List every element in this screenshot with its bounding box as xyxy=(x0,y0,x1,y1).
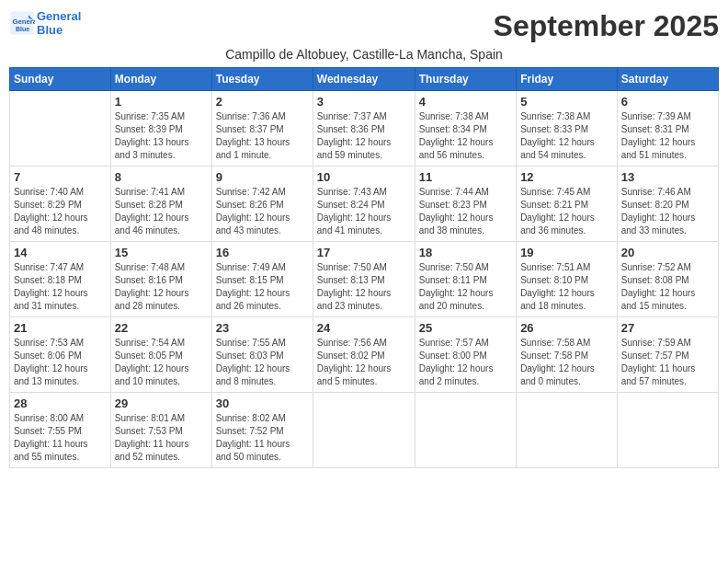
day-info: Sunrise: 8:00 AM Sunset: 7:55 PM Dayligh… xyxy=(14,412,107,464)
day-info: Sunrise: 7:46 AM Sunset: 8:20 PM Dayligh… xyxy=(621,186,714,237)
svg-text:Blue: Blue xyxy=(16,26,29,32)
day-number: 26 xyxy=(520,321,613,335)
calendar-cell xyxy=(617,393,718,468)
day-info: Sunrise: 7:51 AM Sunset: 8:10 PM Dayligh… xyxy=(520,261,613,313)
calendar-cell: 22Sunrise: 7:54 AM Sunset: 8:05 PM Dayli… xyxy=(110,317,211,393)
calendar-cell: 7Sunrise: 7:40 AM Sunset: 8:29 PM Daylig… xyxy=(10,167,111,242)
calendar-cell: 20Sunrise: 7:52 AM Sunset: 8:08 PM Dayli… xyxy=(617,242,718,317)
calendar-cell: 30Sunrise: 8:02 AM Sunset: 7:52 PM Dayli… xyxy=(211,393,313,468)
day-info: Sunrise: 7:58 AM Sunset: 7:58 PM Dayligh… xyxy=(520,337,613,388)
calendar-cell: 21Sunrise: 7:53 AM Sunset: 8:06 PM Dayli… xyxy=(10,317,111,393)
day-info: Sunrise: 7:49 AM Sunset: 8:15 PM Dayligh… xyxy=(216,261,309,313)
day-info: Sunrise: 7:44 AM Sunset: 8:23 PM Dayligh… xyxy=(419,186,512,237)
day-info: Sunrise: 7:36 AM Sunset: 8:37 PM Dayligh… xyxy=(216,110,309,162)
calendar-cell: 16Sunrise: 7:49 AM Sunset: 8:15 PM Dayli… xyxy=(211,242,313,317)
day-info: Sunrise: 7:45 AM Sunset: 8:21 PM Dayligh… xyxy=(520,186,613,237)
col-sunday: Sunday xyxy=(10,68,111,91)
day-info: Sunrise: 7:37 AM Sunset: 8:36 PM Dayligh… xyxy=(317,110,411,162)
day-info: Sunrise: 7:35 AM Sunset: 8:39 PM Dayligh… xyxy=(115,110,208,162)
calendar-cell: 4Sunrise: 7:38 AM Sunset: 8:34 PM Daylig… xyxy=(415,91,516,167)
calendar-cell: 14Sunrise: 7:47 AM Sunset: 8:18 PM Dayli… xyxy=(10,242,111,317)
day-number: 11 xyxy=(419,170,512,184)
calendar-cell: 25Sunrise: 7:57 AM Sunset: 8:00 PM Dayli… xyxy=(415,317,516,393)
day-info: Sunrise: 8:02 AM Sunset: 7:52 PM Dayligh… xyxy=(216,412,309,464)
day-info: Sunrise: 7:39 AM Sunset: 8:31 PM Dayligh… xyxy=(621,110,714,162)
calendar-cell: 29Sunrise: 8:01 AM Sunset: 7:53 PM Dayli… xyxy=(110,393,211,468)
calendar-cell: 23Sunrise: 7:55 AM Sunset: 8:03 PM Dayli… xyxy=(211,317,313,393)
day-info: Sunrise: 7:56 AM Sunset: 8:02 PM Dayligh… xyxy=(317,337,411,388)
day-info: Sunrise: 7:43 AM Sunset: 8:24 PM Dayligh… xyxy=(317,186,411,237)
location-title: Campillo de Altobuey, Castille-La Mancha… xyxy=(9,47,719,62)
calendar-cell: 6Sunrise: 7:39 AM Sunset: 8:31 PM Daylig… xyxy=(617,91,718,167)
day-number: 16 xyxy=(216,246,309,259)
calendar-header-row: Sunday Monday Tuesday Wednesday Thursday… xyxy=(10,68,719,91)
calendar-cell: 8Sunrise: 7:41 AM Sunset: 8:28 PM Daylig… xyxy=(110,167,211,242)
week-row-5: 28Sunrise: 8:00 AM Sunset: 7:55 PM Dayli… xyxy=(10,393,719,468)
col-friday: Friday xyxy=(517,68,618,91)
calendar-cell: 2Sunrise: 7:36 AM Sunset: 8:37 PM Daylig… xyxy=(211,91,313,167)
day-number: 20 xyxy=(621,246,714,259)
day-number: 15 xyxy=(115,246,208,259)
day-info: Sunrise: 7:41 AM Sunset: 8:28 PM Dayligh… xyxy=(115,186,208,237)
day-info: Sunrise: 7:50 AM Sunset: 8:13 PM Dayligh… xyxy=(317,261,411,313)
day-number: 9 xyxy=(216,170,309,184)
day-info: Sunrise: 7:53 AM Sunset: 8:06 PM Dayligh… xyxy=(14,337,107,388)
day-number: 4 xyxy=(419,95,512,109)
calendar-cell: 19Sunrise: 7:51 AM Sunset: 8:10 PM Dayli… xyxy=(517,242,618,317)
calendar-cell xyxy=(10,91,111,167)
day-info: Sunrise: 7:55 AM Sunset: 8:03 PM Dayligh… xyxy=(216,337,309,388)
day-info: Sunrise: 8:01 AM Sunset: 7:53 PM Dayligh… xyxy=(115,412,208,464)
day-number: 22 xyxy=(115,321,208,335)
day-number: 6 xyxy=(621,95,714,109)
calendar-cell: 15Sunrise: 7:48 AM Sunset: 8:16 PM Dayli… xyxy=(110,242,211,317)
week-row-2: 7Sunrise: 7:40 AM Sunset: 8:29 PM Daylig… xyxy=(10,167,719,242)
day-info: Sunrise: 7:48 AM Sunset: 8:16 PM Dayligh… xyxy=(115,261,208,313)
day-info: Sunrise: 7:47 AM Sunset: 8:18 PM Dayligh… xyxy=(14,261,107,313)
page-header: General Blue General Blue September 2025 xyxy=(9,9,719,43)
calendar-cell: 27Sunrise: 7:59 AM Sunset: 7:57 PM Dayli… xyxy=(617,317,718,393)
calendar-cell: 17Sunrise: 7:50 AM Sunset: 8:13 PM Dayli… xyxy=(313,242,415,317)
logo-subtext: Blue xyxy=(37,23,81,37)
calendar-cell: 12Sunrise: 7:45 AM Sunset: 8:21 PM Dayli… xyxy=(517,167,618,242)
col-monday: Monday xyxy=(110,68,211,91)
day-info: Sunrise: 7:54 AM Sunset: 8:05 PM Dayligh… xyxy=(115,337,208,388)
calendar-cell: 10Sunrise: 7:43 AM Sunset: 8:24 PM Dayli… xyxy=(313,167,415,242)
day-number: 1 xyxy=(115,95,208,109)
day-info: Sunrise: 7:52 AM Sunset: 8:08 PM Dayligh… xyxy=(621,261,714,313)
day-number: 12 xyxy=(520,170,613,184)
week-row-3: 14Sunrise: 7:47 AM Sunset: 8:18 PM Dayli… xyxy=(10,242,719,317)
week-row-4: 21Sunrise: 7:53 AM Sunset: 8:06 PM Dayli… xyxy=(10,317,719,393)
logo-icon: General Blue xyxy=(9,10,35,36)
calendar-cell xyxy=(517,393,618,468)
calendar-table: Sunday Monday Tuesday Wednesday Thursday… xyxy=(9,67,719,468)
col-tuesday: Tuesday xyxy=(211,68,313,91)
day-number: 28 xyxy=(14,396,107,410)
calendar-cell: 11Sunrise: 7:44 AM Sunset: 8:23 PM Dayli… xyxy=(415,167,516,242)
day-number: 29 xyxy=(115,396,208,410)
day-number: 5 xyxy=(520,95,613,109)
day-number: 25 xyxy=(419,321,512,335)
day-info: Sunrise: 7:42 AM Sunset: 8:26 PM Dayligh… xyxy=(216,186,309,237)
calendar-cell: 26Sunrise: 7:58 AM Sunset: 7:58 PM Dayli… xyxy=(517,317,618,393)
calendar-cell: 3Sunrise: 7:37 AM Sunset: 8:36 PM Daylig… xyxy=(313,91,415,167)
month-title: September 2025 xyxy=(494,9,719,43)
day-number: 27 xyxy=(621,321,714,335)
day-number: 14 xyxy=(14,246,107,259)
day-info: Sunrise: 7:57 AM Sunset: 8:00 PM Dayligh… xyxy=(419,337,512,388)
calendar-cell xyxy=(313,393,415,468)
col-saturday: Saturday xyxy=(617,68,718,91)
logo-text: General xyxy=(37,9,81,23)
calendar-cell: 1Sunrise: 7:35 AM Sunset: 8:39 PM Daylig… xyxy=(110,91,211,167)
day-number: 30 xyxy=(216,396,309,410)
day-number: 24 xyxy=(317,321,411,335)
calendar-cell xyxy=(415,393,516,468)
day-info: Sunrise: 7:38 AM Sunset: 8:34 PM Dayligh… xyxy=(419,110,512,162)
calendar-cell: 18Sunrise: 7:50 AM Sunset: 8:11 PM Dayli… xyxy=(415,242,516,317)
day-number: 18 xyxy=(419,246,512,259)
day-info: Sunrise: 7:40 AM Sunset: 8:29 PM Dayligh… xyxy=(14,186,107,237)
calendar-cell: 28Sunrise: 8:00 AM Sunset: 7:55 PM Dayli… xyxy=(10,393,111,468)
day-info: Sunrise: 7:38 AM Sunset: 8:33 PM Dayligh… xyxy=(520,110,613,162)
day-info: Sunrise: 7:50 AM Sunset: 8:11 PM Dayligh… xyxy=(419,261,512,313)
logo: General Blue General Blue xyxy=(9,9,81,37)
day-info: Sunrise: 7:59 AM Sunset: 7:57 PM Dayligh… xyxy=(621,337,714,388)
